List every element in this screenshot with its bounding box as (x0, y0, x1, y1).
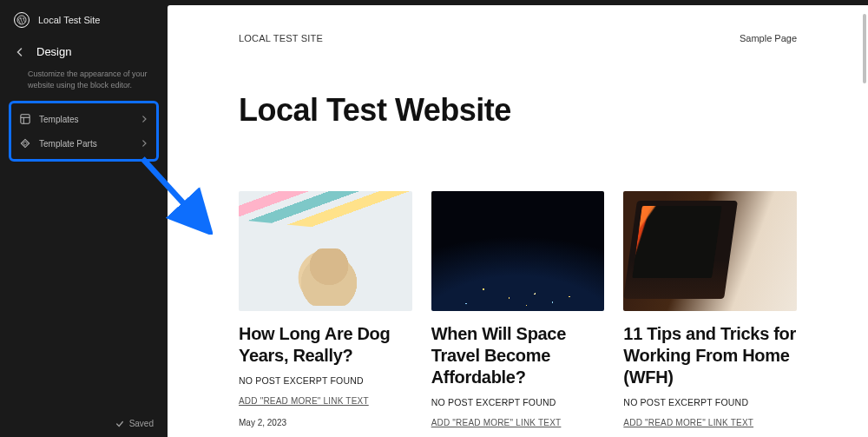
chevron-left-icon (16, 48, 24, 56)
layout-icon (20, 114, 30, 124)
post-card[interactable]: 11 Tips and Tricks for Working From Home… (623, 191, 797, 437)
panel-description: Customize the appearance of your website… (0, 65, 168, 101)
svg-rect-5 (23, 142, 28, 146)
chevron-right-icon (141, 140, 148, 147)
diamond-icon (20, 138, 30, 149)
post-card[interactable]: How Long Are Dog Years, Really? NO POST … (239, 191, 412, 437)
post-excerpt-placeholder: NO POST EXCERPT FOUND (623, 397, 797, 407)
read-more-link[interactable]: ADD "READ MORE" LINK TEXT (239, 396, 412, 406)
scrollbar[interactable] (863, 14, 866, 83)
sidebar-header[interactable]: Local Test Site (0, 0, 168, 36)
post-date: May 2, 2023 (239, 418, 412, 427)
wordpress-logo-icon[interactable] (14, 12, 30, 28)
sidebar-item-label: Template Parts (39, 139, 97, 149)
site-preview-canvas[interactable]: LOCAL TEST SITE Sample Page Local Test W… (168, 5, 868, 437)
post-thumbnail[interactable] (431, 191, 605, 311)
site-heading: Local Test Website (239, 92, 797, 129)
post-thumbnail[interactable] (623, 191, 797, 311)
svg-rect-4 (21, 140, 29, 148)
sidebar-site-name: Local Test Site (38, 15, 100, 25)
post-excerpt-placeholder: NO POST EXCERPT FOUND (239, 375, 412, 386)
svg-rect-1 (21, 115, 30, 123)
chevron-right-icon (141, 116, 148, 122)
post-excerpt-placeholder: NO POST EXCERPT FOUND (431, 397, 605, 407)
sidebar-footer: Saved (0, 410, 168, 437)
sidebar-item-templates[interactable]: Templates (11, 107, 156, 131)
posts-grid: How Long Are Dog Years, Really? NO POST … (239, 191, 797, 437)
post-title[interactable]: How Long Are Dog Years, Really? (239, 323, 412, 367)
read-more-link[interactable]: ADD "READ MORE" LINK TEXT (431, 418, 605, 427)
post-title[interactable]: When Will Space Travel Become Affordable… (431, 323, 605, 388)
panel-back-row[interactable]: Design (0, 36, 168, 65)
sidebar-item-label: Templates (39, 115, 79, 124)
post-thumbnail[interactable] (239, 191, 412, 311)
site-logo-text[interactable]: LOCAL TEST SITE (239, 33, 323, 43)
nav-link-sample-page[interactable]: Sample Page (740, 33, 797, 43)
sidebar-item-template-parts[interactable]: Template Parts (11, 131, 156, 156)
save-status: Saved (129, 419, 154, 428)
design-sidebar: Local Test Site Design Customize the app… (0, 0, 168, 437)
check-icon (115, 420, 124, 428)
post-title[interactable]: 11 Tips and Tricks for Working From Home… (623, 323, 797, 388)
post-card[interactable]: When Will Space Travel Become Affordable… (431, 191, 605, 437)
panel-title: Design (36, 45, 71, 58)
read-more-link[interactable]: ADD "READ MORE" LINK TEXT (623, 418, 797, 427)
highlighted-menu-box: Templates Template Parts (9, 101, 159, 162)
